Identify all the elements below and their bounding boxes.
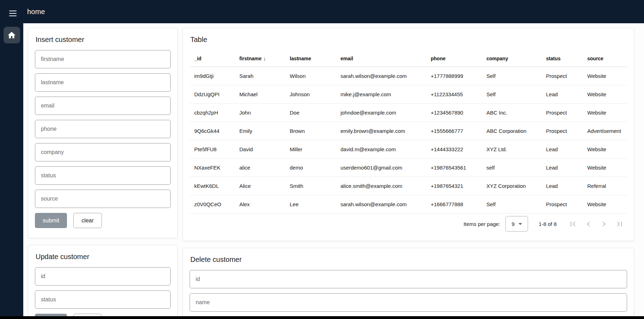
cell-status: Lead [541, 165, 583, 171]
cell-lastname: Johnson [285, 91, 336, 97]
app-shell: Insert customer submit clear Update cust… [0, 23, 644, 316]
previous-page-button[interactable] [581, 216, 596, 232]
delete-customer-card: Delete customer submit clear [183, 248, 634, 316]
left-column: Insert customer submit clear Update cust… [28, 28, 178, 316]
table-row: im9dGtji Sarah Wilson sarah.wilson@examp… [190, 67, 627, 85]
chevron-left-icon [584, 219, 593, 229]
column-header-firstname[interactable]: firstname↓ [235, 55, 285, 61]
cell-company: XYZ Ltd. [482, 146, 541, 152]
table-header-row: _id firstname↓ lastname email phone comp… [190, 50, 627, 67]
insert-submit-button[interactable]: submit [35, 213, 67, 228]
first-page-icon [568, 219, 578, 229]
cell-source: Referral [583, 183, 627, 189]
cell-phone: +1555666777 [426, 128, 482, 134]
cell-lastname: Miller [285, 146, 336, 152]
insert-clear-button[interactable]: clear [73, 213, 102, 228]
last-page-button[interactable] [612, 216, 627, 232]
cell-email: alice.smith@example.com [336, 183, 426, 189]
insert-phone-input[interactable] [35, 120, 171, 138]
cell-firstname: Alex [235, 201, 285, 207]
cell-company: Self [482, 73, 541, 79]
cell-phone: +1777888999 [426, 73, 482, 79]
insert-company-input[interactable] [35, 143, 171, 161]
update-submit-button[interactable]: submit [35, 314, 67, 316]
cell-status: Prospect [541, 110, 583, 116]
sidebar [0, 23, 23, 316]
cell-source: Website [583, 110, 627, 116]
table-card: Table _id firstname↓ lastname email phon… [183, 28, 634, 241]
table-row: kEwtK6DL Alice Smith alice.smith@example… [190, 177, 627, 195]
cell-firstname: John [235, 110, 285, 116]
cell-firstname: Sarah [235, 73, 285, 79]
dropdown-caret-icon [519, 223, 522, 225]
cell-status: Lead [541, 183, 583, 189]
insert-card-title: Insert customer [36, 36, 171, 44]
cell-id: DdzUgQPI [190, 91, 235, 97]
insert-lastname-input[interactable] [35, 73, 171, 92]
column-header-id[interactable]: _id [190, 56, 235, 61]
right-column: Table _id firstname↓ lastname email phon… [183, 28, 634, 316]
cell-source: Website [583, 91, 627, 97]
next-page-button[interactable] [596, 216, 612, 232]
update-clear-button[interactable]: clear [73, 314, 102, 316]
page-range-label: 1-8 of 8 [539, 221, 557, 227]
cell-phone: +1122334455 [426, 91, 482, 97]
cell-firstname: Emily [235, 128, 285, 134]
column-header-lastname[interactable]: lastname [285, 56, 336, 61]
column-header-company[interactable]: company [482, 56, 541, 61]
cell-company: ABC Inc. [482, 110, 541, 116]
cell-company: self [482, 165, 541, 171]
cell-email: johndoe@example.com [336, 110, 426, 116]
column-header-phone[interactable]: phone [426, 56, 482, 61]
page-size-select[interactable]: 9 [505, 216, 528, 232]
update-customer-card: Update customer submit clear [28, 245, 178, 316]
cell-email: david.m@example.com [336, 146, 426, 152]
cell-email: sarah.wilson@example.com [336, 201, 426, 207]
cell-phone: +1666777888 [426, 201, 482, 207]
update-id-input[interactable] [35, 267, 171, 286]
cell-id: im9dGtji [190, 73, 235, 79]
cell-status: Prospect [541, 128, 583, 134]
cell-email: sarah.wilson@example.com [336, 73, 426, 79]
sidebar-home-button[interactable] [4, 27, 20, 43]
cell-status: Prospect [541, 201, 583, 207]
cell-company: XYZ Corporation [482, 183, 541, 189]
delete-card-title: Delete customer [190, 256, 627, 264]
insert-source-input[interactable] [35, 190, 171, 208]
table-row: DdzUgQPI Michael Johnson mike.j@example.… [190, 85, 627, 104]
page-size-value: 9 [511, 221, 514, 227]
paginator: Items per page: 9 1-8 of 8 [190, 214, 627, 234]
cell-email: userdemo601@gmail.com [336, 165, 426, 171]
main-content: Insert customer submit clear Update cust… [23, 23, 644, 316]
hamburger-icon [9, 11, 17, 17]
delete-id-input[interactable] [190, 270, 627, 288]
column-header-status[interactable]: status [541, 56, 583, 61]
update-card-title: Update customer [36, 253, 171, 261]
cell-id: cbzqh2pH [190, 110, 235, 116]
cell-source: Website [583, 165, 627, 171]
table-row: NXaxeFEK alice demo userdemo601@gmail.co… [190, 159, 627, 177]
cell-firstname: Alice [235, 183, 285, 189]
delete-name-input[interactable] [190, 293, 627, 312]
cell-company: Self [482, 91, 541, 97]
cell-id: Pte5fFU8 [190, 146, 235, 152]
insert-firstname-input[interactable] [35, 50, 171, 68]
top-navbar: home [0, 0, 644, 23]
column-header-firstname-label: firstname [239, 56, 262, 61]
cell-status: Lead [541, 91, 583, 97]
table-row: z0V0QCeO Alex Lee sarah.wilson@example.c… [190, 195, 627, 214]
cell-status: Lead [541, 146, 583, 152]
first-page-button[interactable] [565, 216, 581, 232]
cell-lastname: Doe [285, 110, 336, 116]
menu-button[interactable] [6, 4, 19, 19]
insert-status-input[interactable] [35, 166, 171, 185]
table-row: Pte5fFU8 David Miller david.m@example.co… [190, 140, 627, 159]
insert-email-input[interactable] [35, 97, 171, 115]
table-card-title: Table [190, 36, 627, 44]
chevron-right-icon [599, 219, 609, 229]
app-title: home [27, 8, 45, 16]
column-header-email[interactable]: email [336, 56, 426, 61]
column-header-source[interactable]: source [583, 56, 627, 61]
update-status-input[interactable] [35, 290, 171, 309]
cell-lastname: Smith [285, 183, 336, 189]
